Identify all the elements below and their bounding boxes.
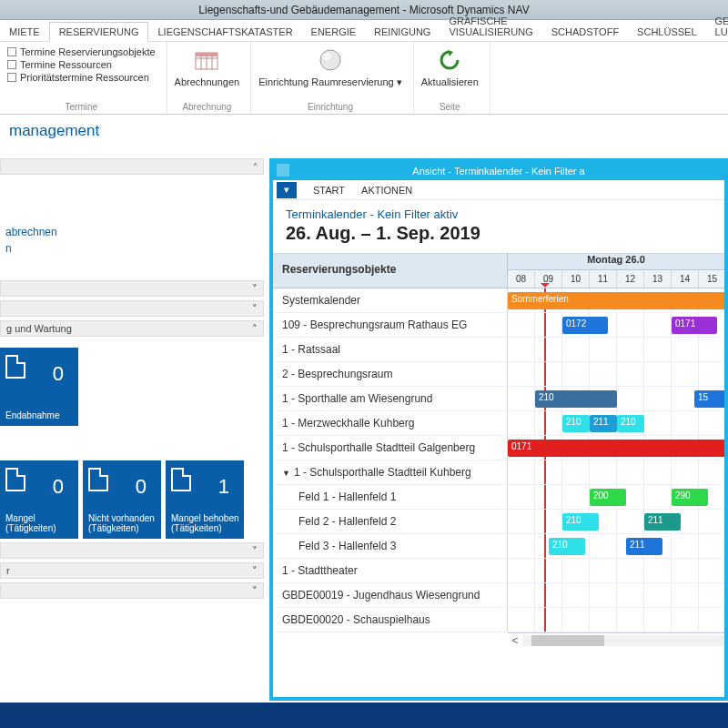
ribbon-tab-schadstoff[interactable]: SCHADSTOFF [542, 23, 628, 41]
calendar-event[interactable]: 210 [617, 415, 644, 432]
einrichtung-button[interactable]: Einrichtung Raumreservierung ▾ [258, 46, 402, 100]
timeline-row[interactable]: Sommerferien [508, 288, 724, 313]
resource-row[interactable]: 1 - Schulsporthalle Stadtteil Galgenberg [273, 436, 508, 460]
resource-row[interactable]: Feld 1 - Hallenfeld 1 [273, 485, 508, 510]
calendar-event[interactable]: 0171 [672, 317, 717, 334]
tile[interactable]: 0Mangel (Tätigkeiten) [0, 460, 78, 539]
resource-row[interactable]: 1 - Sporthalle am Wiesengrund [273, 387, 508, 411]
calendar-event[interactable]: 211 [590, 415, 617, 432]
aktualisieren-button[interactable]: Aktualisieren [421, 46, 479, 100]
resource-row[interactable]: Feld 3 - Hallenfeld 3 [273, 534, 508, 559]
tile-endabnahme[interactable]: 0 Endabnahme [0, 348, 78, 426]
calendar-event[interactable]: 290 [672, 489, 708, 506]
timeline-row[interactable] [508, 559, 724, 583]
hour-label: 12 [617, 270, 644, 288]
calendar-event[interactable]: 15 [694, 390, 724, 408]
resource-row[interactable]: 109 - Besprechungsraum Rathaus EG [273, 313, 508, 338]
menu-dropdown-button[interactable]: ▾ [277, 182, 297, 198]
page-title: management [0, 115, 728, 147]
timeline-row[interactable] [508, 460, 724, 485]
timeline-row[interactable] [508, 583, 724, 608]
resource-row[interactable]: ▼1 - Schulsporthalle Stadtteil Kuhberg [273, 460, 508, 485]
resource-row[interactable]: GBDE00019 - Jugendhaus Wiesengrund [273, 583, 508, 608]
timeline-row[interactable] [508, 608, 724, 632]
calendar-event[interactable]: Sommerferien [508, 292, 724, 309]
resource-row[interactable]: 2 - Besprechungsraum [273, 362, 508, 387]
timeline-row[interactable]: 210211 [508, 534, 724, 559]
calendar-event[interactable]: 211 [626, 538, 662, 555]
timeline-row[interactable]: 01720171 [508, 313, 724, 338]
day-header: Montag 26.0 [508, 254, 724, 270]
button-label: Einrichtung Raumreservierung ▾ [258, 76, 402, 88]
resource-row[interactable]: 1 - Merzweckhalle Kuhberg [273, 411, 508, 436]
calendar-event[interactable]: 211 [644, 513, 681, 531]
ribbon-link[interactable]: Termine Reservierungsobjekte [7, 46, 156, 58]
calendar-event[interactable]: 0171 [508, 440, 724, 457]
ribbon-tab-grafische visualisierung[interactable]: GRAFISCHE VISUALISIERUNG [440, 12, 541, 41]
calendar-event[interactable]: 210 [549, 538, 585, 555]
scroll-thumb[interactable] [531, 635, 604, 646]
timeline-row[interactable]: 0171 [508, 436, 724, 460]
ribbon-tab-gesamt lugm[interactable]: GESAMT LUGM [706, 12, 728, 41]
accordion-row[interactable]: ˅ [0, 280, 264, 297]
timeline-area[interactable]: Montag 26.0 0809101112131415 Sommerferie… [508, 254, 724, 697]
calendar-menubar: ▾ START AKTIONEN [273, 180, 724, 200]
timeline-row[interactable] [508, 362, 724, 387]
accordion-row[interactable]: ˅ [0, 582, 264, 599]
bullet-icon [7, 47, 16, 56]
menu-start[interactable]: START [313, 185, 345, 196]
ribbon-tab-energie[interactable]: ENERGIE [302, 23, 366, 41]
ribbon-tab-reservierung[interactable]: RESERVIERUNG [49, 22, 149, 42]
side-link-abrechnen[interactable]: abrechnen [0, 224, 264, 240]
timeline-row[interactable]: 210211 [508, 510, 724, 534]
calendar-event[interactable]: 210 [562, 415, 590, 432]
timeline-row[interactable]: 21015 [508, 387, 724, 411]
document-icon [171, 468, 191, 491]
ribbon-tab-liegenschaftskataster[interactable]: LIEGENSCHAFTSKATASTER [148, 23, 301, 41]
ribbon-tab-schlüssel[interactable]: SCHLÜSSEL [628, 23, 705, 41]
tile-caption: Mangel (Tätigkeiten) [5, 513, 75, 533]
timeline-row[interactable]: 210211210 [508, 411, 724, 436]
date-range: 26. Aug. – 1. Sep. 2019 [286, 221, 712, 244]
bullet-icon [7, 73, 16, 82]
side-link-n[interactable]: n [0, 240, 264, 257]
document-icon [5, 468, 25, 491]
calendar-event[interactable]: 200 [590, 489, 626, 506]
timeline-row[interactable]: 200290 [508, 485, 724, 510]
hour-label: 13 [644, 270, 672, 288]
calendar-event[interactable]: 210 [562, 513, 599, 531]
timeline-row[interactable] [508, 338, 724, 362]
svg-point-6 [320, 50, 340, 70]
calendar-subtitle[interactable]: Terminkalender - Kein Filter aktiv [286, 207, 712, 221]
horizontal-scrollbar[interactable]: < [508, 632, 724, 647]
accordion-row[interactable]: ˅ [0, 300, 264, 317]
tile[interactable]: 0Nicht vorhanden (Tätigkeiten) [83, 460, 161, 539]
footer-bar [0, 703, 728, 728]
scroll-left-icon[interactable]: < [508, 634, 522, 647]
menu-aktionen[interactable]: AKTIONEN [361, 185, 412, 196]
accordion-row[interactable]: ˅ [0, 542, 264, 559]
calendar-window: Ansicht - Terminkalender - Kein Filter a… [269, 158, 728, 701]
resource-row[interactable]: 1 - Stadttheater [273, 559, 508, 583]
tile-count: 0 [136, 475, 147, 499]
ribbon-link[interactable]: Termine Ressourcen [7, 58, 156, 71]
tile[interactable]: 1Mangel behoben (Tätigkeiten) [166, 460, 244, 539]
panel-collapse[interactable]: ˄ [0, 158, 264, 175]
ribbon-tab-reinigung[interactable]: REINIGUNG [365, 23, 440, 41]
calendar-event[interactable]: 0172 [562, 317, 608, 334]
resource-row[interactable]: 1 - Ratssaal [273, 338, 508, 362]
accordion-row[interactable]: r˅ [0, 562, 264, 579]
resource-row[interactable]: Feld 2 - Hallenfeld 2 [273, 510, 508, 534]
scroll-track[interactable] [522, 635, 724, 646]
app-titlebar: Liegenschafts-und Gebäudemanagement - Mi… [0, 0, 728, 20]
accordion-row[interactable]: g und Wartung˄ [0, 320, 264, 337]
resource-row[interactable]: Systemkalender [273, 288, 508, 313]
left-panel: ˄ abrechnen n ˅˅g und Wartung˄ 0 Endabna… [0, 158, 264, 599]
ribbon-tab-miete[interactable]: MIETE [0, 23, 49, 41]
resource-column-header: Reservierungsobjekte [273, 254, 508, 288]
calendar-event[interactable]: 210 [535, 390, 617, 408]
ribbon-link[interactable]: Prioritätstermine Ressourcen [7, 71, 156, 84]
abrechnungen-button[interactable]: Abrechnungen [175, 46, 240, 100]
resource-row[interactable]: GBDE00020 - Schauspielhaus [273, 608, 508, 632]
resource-column: Reservierungsobjekte Systemkalender109 -… [273, 254, 508, 697]
